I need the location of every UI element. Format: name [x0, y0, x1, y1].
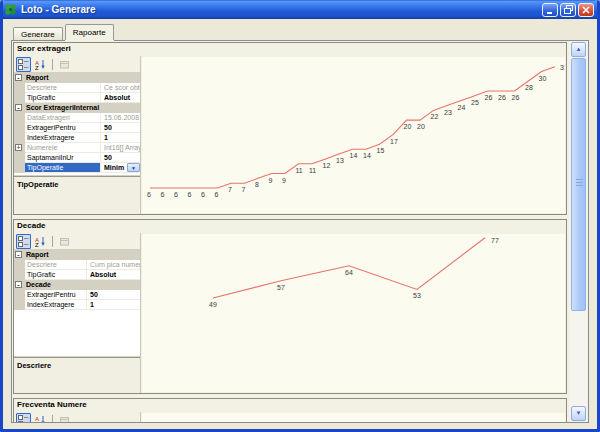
sort-alphabetical-icon[interactable]: AZ — [33, 57, 48, 72]
property-row-IndexExtragere[interactable]: IndexExtragere1 — [14, 300, 140, 310]
collapse-icon[interactable]: - — [15, 281, 22, 288]
scrollbar-thumb[interactable] — [571, 58, 586, 311]
property-row-TipGrafic[interactable]: TipGraficAbsolut — [14, 270, 140, 280]
property-label[interactable]: TipGrafic — [25, 270, 87, 280]
property-category-Raport[interactable]: -Raport — [14, 73, 140, 83]
collapse-icon[interactable]: - — [15, 104, 22, 111]
description-title: Descriere — [17, 361, 51, 370]
categorized-icon[interactable] — [16, 57, 31, 72]
property-row-Numerele[interactable]: +NumereleInt16[] Array — [14, 143, 140, 153]
sort-alphabetical-icon[interactable]: AZ — [33, 234, 48, 249]
property-category-Raport[interactable]: -Raport — [14, 250, 140, 260]
data-label: 14 — [350, 152, 358, 159]
property-label[interactable]: Descriere — [25, 83, 101, 93]
app-icon — [4, 3, 17, 16]
scroll-up-icon[interactable]: ▲ — [571, 42, 586, 57]
data-label: 6 — [201, 191, 205, 198]
minimize-icon[interactable] — [542, 3, 558, 17]
titlebar[interactable]: Loto - Generare — [0, 0, 600, 19]
row-indent — [14, 123, 25, 133]
data-label: 15 — [377, 147, 385, 154]
data-label: 6 — [147, 191, 151, 198]
collapse-icon[interactable]: - — [15, 251, 22, 258]
data-label: 17 — [390, 138, 398, 145]
property-value[interactable]: Cum pica numerele un — [87, 260, 140, 270]
property-value[interactable]: 15.06.2008 — [101, 113, 140, 123]
row-indent — [14, 83, 25, 93]
categorized-icon[interactable] — [16, 234, 31, 249]
row-indent — [14, 260, 25, 270]
row-indent: + — [14, 143, 25, 153]
window-title: Loto - Generare — [21, 4, 542, 15]
tab-rapoarte[interactable]: Rapoarte — [65, 24, 114, 40]
property-value[interactable]: Minim▼ — [101, 163, 140, 173]
property-value[interactable]: 1 — [101, 133, 140, 143]
property-value[interactable]: Absolut — [87, 270, 140, 280]
collapse-icon[interactable]: - — [15, 74, 22, 81]
property-category-Decade[interactable]: -Decade — [14, 280, 140, 290]
property-row-Descriere[interactable]: DescriereCe scor obtin extrageri — [14, 83, 140, 93]
property-label[interactable]: IndexExtragere — [25, 133, 101, 143]
data-label: 12 — [323, 162, 331, 169]
property-category-Scor ExtrageriInternal[interactable]: -Scor ExtrageriInternal — [14, 103, 140, 113]
sort-alphabetical-icon[interactable]: AZ — [33, 413, 48, 424]
scroll-down-icon[interactable]: ▼ — [571, 406, 586, 421]
property-label[interactable]: ExtrageriPentru — [25, 290, 87, 300]
property-row-ExtrageriPentru[interactable]: ExtrageriPentru50 — [14, 290, 140, 300]
property-row-SaptamaniInUr[interactable]: SaptamaniInUr50 — [14, 153, 140, 163]
property-label[interactable]: IndexExtragere — [25, 300, 87, 310]
property-label[interactable]: SaptamaniInUr — [25, 153, 101, 163]
property-value[interactable]: 50 — [87, 290, 140, 300]
data-label: 49 — [209, 301, 217, 308]
panel-title: Frecventa Numere — [14, 399, 566, 413]
expand-icon[interactable]: + — [15, 144, 22, 151]
restore-icon[interactable] — [560, 3, 576, 17]
property-row-TipOperatie[interactable]: TipOperatieMinim▼ — [14, 163, 140, 173]
property-label[interactable]: DataExtrageri — [25, 113, 101, 123]
property-value[interactable]: Absolut — [101, 93, 140, 103]
grid-filler — [14, 173, 140, 175]
property-label[interactable]: ExtrageriPentru — [25, 123, 101, 133]
property-row-TipGrafic[interactable]: TipGraficAbsolut — [14, 93, 140, 103]
property-row-DataExtrageri[interactable]: DataExtrageri15.06.2008 — [14, 113, 140, 123]
property-label[interactable]: Numerele — [25, 143, 101, 153]
property-pages-icon — [57, 234, 72, 249]
close-icon[interactable] — [578, 3, 594, 17]
chart-scor-extrageri: 6666667789911111213141415172020222324252… — [142, 57, 565, 213]
row-indent — [14, 300, 25, 310]
svg-text:Z: Z — [35, 65, 39, 70]
grid-filler — [14, 310, 140, 356]
data-label: 9 — [282, 177, 286, 184]
toolbar-separator — [52, 415, 53, 424]
row-indent — [14, 93, 25, 103]
data-label: 6 — [161, 191, 165, 198]
panel-decade: Decade AZ — [13, 219, 567, 394]
property-label[interactable]: Descriere — [25, 260, 87, 270]
property-rows: -RaportDescriereCe scor obtin extrageriT… — [14, 73, 140, 173]
property-value[interactable]: Ce scor obtin extrageri — [101, 83, 140, 93]
property-label[interactable]: TipOperatie — [25, 163, 101, 173]
svg-text:Z: Z — [35, 242, 39, 247]
toolbar-separator — [52, 59, 53, 70]
property-row-IndexExtragere[interactable]: IndexExtragere1 — [14, 133, 140, 143]
property-value[interactable]: Int16[] Array — [101, 143, 140, 153]
vertical-scrollbar[interactable]: ▲ ▼ — [570, 42, 587, 421]
row-indent — [14, 270, 25, 280]
property-row-Descriere[interactable]: DescriereCum pica numerele un — [14, 260, 140, 270]
description-pane: TipOperatie — [14, 176, 140, 214]
property-label[interactable]: TipGrafic — [25, 93, 101, 103]
description-title: TipOperatie — [17, 180, 59, 189]
panel-frecventa-numere: Frecventa Numere AZ — [13, 398, 567, 423]
data-label: 14 — [363, 152, 371, 159]
panel-scor-extrageri: Scor extrageri AZ — [13, 42, 567, 215]
property-value[interactable]: 50 — [101, 153, 140, 163]
categorized-icon[interactable] — [16, 413, 31, 424]
toolbar-separator — [52, 236, 53, 247]
property-row-ExtrageriPentru[interactable]: ExtrageriPentru50 — [14, 123, 140, 133]
property-grid-toolbar: AZ — [14, 233, 140, 249]
tab-generare[interactable]: Generare — [13, 27, 63, 40]
chart-decade: 4957645377 — [142, 234, 565, 392]
property-value[interactable]: 50 — [101, 123, 140, 133]
dropdown-icon[interactable]: ▼ — [127, 163, 140, 172]
property-value[interactable]: 1 — [87, 300, 140, 310]
